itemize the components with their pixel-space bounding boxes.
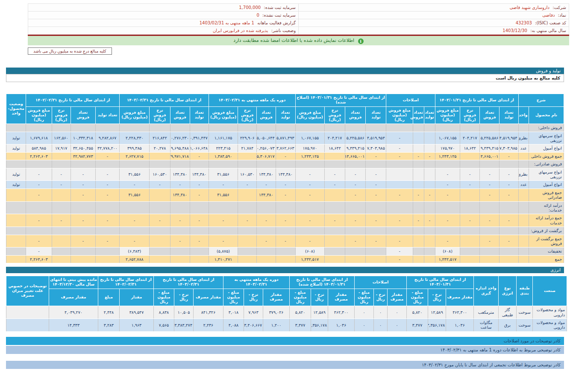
- empty-cell: [413, 201, 424, 214]
- value-cell: گاز طبیعی: [499, 306, 517, 319]
- unit-of-amounts-button[interactable]: کلیه مبالغ درج شده به میلیون ریال می باش…: [28, 47, 112, 55]
- column-header: مقدار: [120, 289, 154, 306]
- column-header: تعداد فروش: [257, 106, 276, 124]
- value-cell: ۱,۰۶۷,۱۵۵: [295, 132, 324, 144]
- section-row: فروش صادراتی:: [6, 160, 564, 168]
- value-cell: ۳,۰۱۸: [223, 306, 244, 319]
- column-header: تعداد تولید: [366, 106, 386, 124]
- value-cell: -: [295, 214, 324, 227]
- value-cell: -: [480, 214, 499, 227]
- row-label-cell: تخفیفات: [529, 248, 564, 255]
- column-header: تعداد تولید: [424, 106, 435, 124]
- value-cell: ۷,۵۶۵: [154, 319, 174, 332]
- value-cell: [71, 248, 95, 255]
- total-row: جمع۱,۲۴۲,۵۱۷-۱,۲۴۲,۵۱۷۱,۴۱۰,۲۷۱۲,۶۵۲,۷۸۸…: [6, 255, 564, 263]
- value-cell: ۱۸,۶۴۲: [460, 144, 480, 152]
- info-row: سال مالی منتهی به: 1403/12/30وضعیت ناشر:…: [28, 27, 569, 35]
- value-cell: [345, 255, 366, 263]
- value-cell: ۲,۲۶۴,۶۰۳: [26, 255, 52, 263]
- value-cell: بطری: [518, 168, 529, 181]
- value-cell: -: [480, 168, 499, 181]
- empty-cell: [460, 124, 480, 132]
- value-cell: ۳,۲۸۳: [98, 319, 120, 332]
- value-cell: ۱,۲۰۰: [263, 319, 290, 332]
- value-cell: [413, 181, 424, 189]
- empty-cell: [257, 160, 276, 168]
- value-cell: [424, 248, 435, 255]
- value-cell: -: [366, 168, 386, 181]
- value-cell: -: [276, 189, 295, 201]
- empty-cell: [435, 227, 460, 235]
- value-cell: ۲۱,۷۸۴: [238, 144, 257, 152]
- energy-table: صنعتطبقه بندینوع انرژیواحد اندازه گیریاز…: [6, 276, 567, 332]
- column-header: نرخ فروش (ریال): [324, 106, 345, 124]
- empty-cell: [480, 201, 499, 214]
- column-header: مقدار مصرف: [446, 289, 474, 306]
- value-cell: ۸۴۱,۳۲۶: [194, 306, 223, 319]
- empty-cell: [71, 201, 95, 214]
- row-label-cell: انواع سرمهای تزریقی: [529, 132, 564, 144]
- value-cell: [257, 248, 276, 255]
- value-cell: [518, 189, 529, 201]
- value-cell: [6, 235, 26, 248]
- value-cell: -: [435, 235, 460, 248]
- column-header: مبلغ فروش (میلیون ریال): [26, 106, 52, 124]
- value-cell: [170, 248, 190, 255]
- value-cell: -: [95, 214, 119, 227]
- value-cell: ۱,۰۳۶: [446, 319, 474, 332]
- value-cell: مگاوات ساعت: [474, 319, 499, 332]
- value-cell: ۳,۳۸۳,۲۷۴: [174, 319, 194, 332]
- value-cell: ۱۰,۳۳۲,۳۱۸: [71, 132, 95, 144]
- value-cell: ۱۵,۳۰۶,۷۱۷: [257, 152, 276, 160]
- value-cell: -: [209, 214, 238, 227]
- production-sales-table: شرحاز ابتدای سال مالی تا تاریخ ۱۴۰۳/۰۱/۳…: [6, 94, 564, 263]
- empty-cell: [518, 124, 529, 132]
- value-cell: ۰: [355, 306, 374, 319]
- value-cell: برق: [499, 319, 517, 332]
- value-cell: -: [52, 168, 71, 181]
- empty-cell: [424, 201, 435, 214]
- empty-cell: [295, 160, 324, 168]
- empty-cell: [424, 160, 435, 168]
- value-cell: مترمکعب: [474, 306, 499, 319]
- value-cell: -: [366, 235, 386, 248]
- value-cell: ۱۶۰,۵۳۰: [150, 168, 170, 181]
- value-cell: [324, 235, 345, 248]
- value-cell: [6, 214, 26, 227]
- value-cell: [386, 181, 413, 189]
- value-cell: [150, 255, 170, 263]
- value-cell: -: [170, 235, 190, 248]
- value-cell: -: [366, 214, 386, 227]
- row-label-cell: جمع فروش داخلی: [529, 152, 564, 160]
- value-cell: ۱۳۴,۳۸۰: [276, 168, 295, 181]
- info-value: دقاضی: [542, 13, 558, 18]
- empty-cell: [95, 201, 119, 214]
- value-cell: -: [238, 181, 257, 189]
- value-cell: -: [460, 168, 480, 181]
- value-cell: ۲,۲۲۸,۳۳۰: [120, 132, 150, 144]
- value-cell: ۳,۴۷۷: [290, 319, 311, 332]
- row-label-cell: جمع فروش صادراتی: [529, 189, 564, 201]
- value-cell: ۳,۴۰۶,۶۶۷: [244, 319, 263, 332]
- value-cell: [257, 255, 276, 263]
- value-cell: ۱۰,۲۵۶,۰۷۳: [257, 144, 276, 152]
- empty-cell: [295, 124, 324, 132]
- empty-cell: [295, 227, 324, 235]
- column-group-header: از ابتدای سال مالی تا تاریخ ۱۴۰۲/۰۲/۳۱: [98, 276, 154, 289]
- value-cell: -: [480, 181, 499, 189]
- value-cell: ۰: [355, 319, 374, 332]
- empty-cell: [276, 160, 295, 168]
- value-cell: ۱۳۴,۳۸۰: [190, 168, 209, 181]
- value-cell: -: [26, 248, 52, 255]
- value-cell: -: [366, 152, 386, 160]
- empty-cell: [238, 227, 257, 235]
- data-row: انواع سرمهای تزریقیبطری--------۱۳۴,۳۸۰۱۳…: [6, 168, 564, 181]
- value-cell: ۰: [388, 319, 407, 332]
- value-cell: ۱۴,۶۶۵,۰۰۱: [345, 152, 366, 160]
- column-header: مقدار مصرف: [328, 289, 355, 306]
- info-value: 0: [256, 13, 262, 18]
- empty-cell: [386, 201, 413, 214]
- value-cell: [170, 255, 190, 263]
- empty-cell: [518, 227, 529, 235]
- footer-note-bar: کادر توضیحات در مورد اصلاحات: [6, 337, 564, 345]
